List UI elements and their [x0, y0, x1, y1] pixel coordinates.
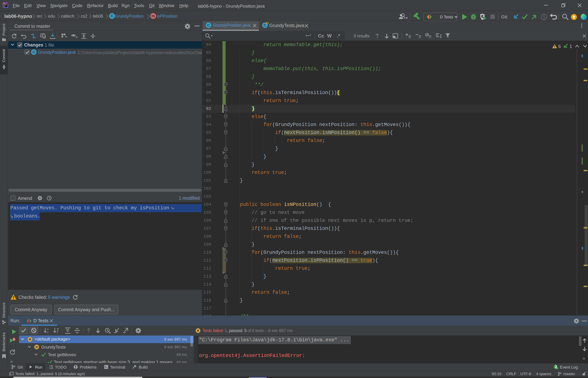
svg-text:a: a [47, 327, 49, 331]
svg-text:z: z [47, 331, 49, 334]
